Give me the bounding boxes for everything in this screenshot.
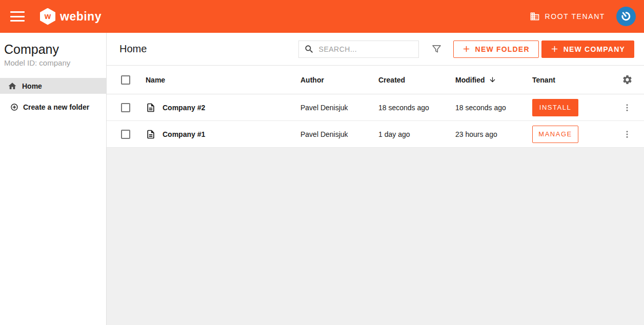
page-title: Home bbox=[119, 43, 147, 55]
tenant-selector[interactable]: ROOT TENANT bbox=[530, 11, 605, 22]
menu-toggle-icon[interactable] bbox=[10, 11, 26, 22]
entry-author: Pavel Denisjuk bbox=[300, 130, 378, 138]
sidebar-item-label: Create a new folder bbox=[23, 103, 89, 111]
entry-name: Company #2 bbox=[163, 104, 205, 112]
table-header-row: Name Author Created Modified Tenant bbox=[107, 66, 644, 94]
model-title: Company bbox=[4, 42, 102, 57]
topbar-right: ROOT TENANT bbox=[530, 7, 636, 26]
column-header-tenant[interactable]: Tenant bbox=[532, 76, 610, 84]
new-company-label: NEW COMPANY bbox=[564, 45, 625, 53]
home-icon bbox=[8, 82, 17, 91]
new-folder-label: NEW FOLDER bbox=[475, 45, 530, 53]
content-area: Company Model ID: company Home Create a … bbox=[0, 33, 644, 325]
sidebar-item-home[interactable]: Home bbox=[0, 78, 106, 94]
column-header-label: Modified bbox=[455, 76, 485, 84]
new-company-button[interactable]: NEW COMPANY bbox=[541, 40, 634, 58]
search-box bbox=[298, 40, 419, 58]
select-all-checkbox[interactable] bbox=[121, 75, 130, 85]
sort-desc-arrow-icon bbox=[489, 76, 496, 84]
sidebar-item-create-folder[interactable]: Create a new folder bbox=[0, 99, 106, 115]
main-panel: Home NEW FOLDER NEW COMPANY bbox=[107, 33, 644, 325]
entry-created: 1 day ago bbox=[378, 130, 455, 138]
entry-created: 18 seconds ago bbox=[378, 104, 455, 112]
table-row[interactable]: Company #1 Pavel Denisjuk 1 day ago 23 h… bbox=[107, 121, 644, 148]
entry-modified: 23 hours ago bbox=[455, 130, 532, 138]
search-icon bbox=[304, 44, 314, 54]
header-tools: NEW FOLDER NEW COMPANY bbox=[298, 40, 634, 58]
webiny-logo[interactable]: w webiny bbox=[40, 8, 102, 25]
document-icon bbox=[146, 103, 156, 113]
entry-name-cell[interactable]: Company #1 bbox=[146, 129, 300, 139]
row-menu-kebab-icon[interactable] bbox=[622, 103, 632, 112]
table-settings-gear-icon[interactable] bbox=[622, 74, 633, 85]
row-checkbox[interactable] bbox=[121, 130, 130, 139]
sidebar-item-label: Home bbox=[22, 82, 42, 90]
column-header-author[interactable]: Author bbox=[300, 76, 378, 84]
entry-modified: 18 seconds ago bbox=[455, 104, 532, 112]
row-checkbox[interactable] bbox=[121, 103, 130, 112]
list-header: Home NEW FOLDER NEW COMPANY bbox=[107, 33, 644, 66]
entry-name: Company #1 bbox=[163, 130, 205, 138]
tenant-manage-button[interactable]: MANAGE bbox=[532, 126, 578, 143]
tenant-label: ROOT TENANT bbox=[545, 12, 605, 21]
circle-plus-icon bbox=[10, 103, 18, 111]
column-header-name[interactable]: Name bbox=[146, 76, 300, 84]
row-menu-kebab-icon[interactable] bbox=[622, 130, 632, 139]
search-input[interactable] bbox=[319, 45, 411, 53]
entry-name-cell[interactable]: Company #2 bbox=[146, 103, 300, 113]
tenant-install-button[interactable]: INSTALL bbox=[532, 99, 578, 116]
power-icon bbox=[617, 8, 635, 25]
brand-name: webiny bbox=[60, 10, 102, 24]
model-id-label: Model ID: company bbox=[4, 58, 102, 67]
filter-icon[interactable] bbox=[431, 44, 442, 54]
plus-icon bbox=[462, 45, 470, 53]
building-icon bbox=[530, 11, 540, 22]
plus-icon bbox=[551, 45, 558, 53]
column-header-modified[interactable]: Modified bbox=[455, 76, 532, 84]
entry-author: Pavel Denisjuk bbox=[300, 104, 378, 112]
table-row[interactable]: Company #2 Pavel Denisjuk 18 seconds ago… bbox=[107, 94, 644, 121]
webiny-hexagon-icon: w bbox=[40, 8, 55, 25]
document-icon bbox=[146, 129, 156, 139]
user-avatar[interactable] bbox=[616, 7, 636, 26]
column-header-created[interactable]: Created bbox=[378, 76, 455, 84]
sidebar: Company Model ID: company Home Create a … bbox=[0, 33, 107, 325]
top-bar: w webiny ROOT TENANT bbox=[0, 0, 644, 33]
new-folder-button[interactable]: NEW FOLDER bbox=[453, 40, 539, 58]
